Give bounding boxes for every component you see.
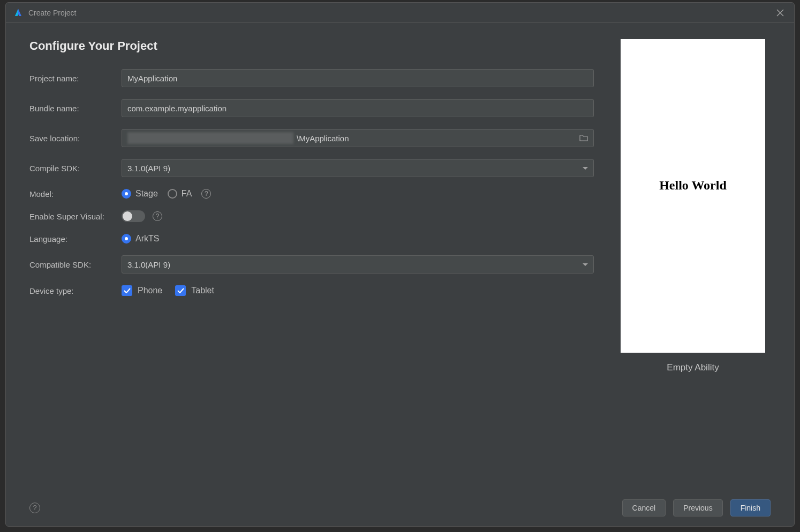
label-model: Model:: [29, 189, 122, 199]
row-super-visual: Enable Super Visual: ?: [29, 210, 594, 222]
language-radio-group: ArkTS: [122, 234, 159, 244]
footer-buttons: Cancel Previous Finish: [622, 499, 771, 516]
finish-button[interactable]: Finish: [730, 499, 771, 516]
checkbox-tablet[interactable]: Tablet: [175, 285, 214, 296]
checkmark-icon: [175, 285, 186, 296]
template-preview: Hello World: [621, 39, 765, 353]
label-language: Language:: [29, 234, 122, 244]
radio-dot-icon: [168, 189, 177, 199]
redacted-path: [127, 132, 293, 144]
radio-dot-icon: [122, 234, 131, 244]
radio-label: Stage: [135, 189, 158, 199]
previous-button[interactable]: Previous: [673, 499, 722, 516]
label-save-location: Save location:: [29, 134, 122, 143]
compile-sdk-value: 3.1.0(API 9): [127, 164, 170, 173]
row-model: Model: Stage FA ?: [29, 189, 594, 199]
save-location-suffix: \MyApplication: [297, 134, 349, 143]
checkbox-label: Phone: [138, 286, 162, 295]
chevron-down-icon: [583, 167, 588, 170]
label-project-name: Project name:: [29, 74, 122, 83]
dialog-titlebar: Create Project: [6, 3, 794, 23]
cancel-button[interactable]: Cancel: [622, 499, 666, 516]
row-save-location: Save location: \MyApplication: [29, 129, 594, 147]
row-compile-sdk: Compile SDK: 3.1.0(API 9): [29, 159, 594, 177]
input-wrap-bundle-name: [122, 99, 594, 117]
label-compile-sdk: Compile SDK:: [29, 164, 122, 173]
help-icon[interactable]: ?: [201, 189, 211, 199]
dialog-footer: ? Cancel Previous Finish: [6, 489, 794, 526]
folder-icon[interactable]: [579, 134, 588, 143]
form-panel: Configure Your Project Project name: Bun…: [29, 39, 594, 489]
dialog-title: Create Project: [28, 9, 76, 17]
app-logo-icon: [13, 8, 23, 18]
save-location-input[interactable]: \MyApplication: [122, 129, 594, 147]
preview-text: Hello World: [659, 178, 727, 193]
radio-model-fa[interactable]: FA: [168, 189, 192, 199]
compile-sdk-dropdown[interactable]: 3.1.0(API 9): [122, 159, 594, 177]
dialog-body: Configure Your Project Project name: Bun…: [6, 23, 794, 489]
label-super-visual: Enable Super Visual:: [29, 212, 122, 221]
super-visual-toggle[interactable]: [122, 210, 145, 222]
model-radio-group: Stage FA ?: [122, 189, 211, 199]
device-type-group: Phone Tablet: [122, 285, 214, 296]
row-compatible-sdk: Compatible SDK: 3.1.0(API 9): [29, 255, 594, 273]
input-wrap-project-name: [122, 69, 594, 87]
create-project-dialog: Create Project Configure Your Project Pr…: [5, 2, 795, 527]
label-device-type: Device type:: [29, 286, 122, 295]
label-bundle-name: Bundle name:: [29, 104, 122, 113]
project-name-input[interactable]: [127, 74, 588, 83]
compatible-sdk-value: 3.1.0(API 9): [127, 260, 170, 269]
bundle-name-input[interactable]: [127, 104, 588, 113]
row-bundle-name: Bundle name:: [29, 99, 594, 117]
radio-dot-icon: [122, 189, 131, 199]
radio-language-arkts[interactable]: ArkTS: [122, 234, 159, 244]
radio-model-stage[interactable]: Stage: [122, 189, 158, 199]
row-language: Language: ArkTS: [29, 234, 594, 244]
page-heading: Configure Your Project: [29, 39, 594, 53]
chevron-down-icon: [583, 263, 588, 266]
label-compatible-sdk: Compatible SDK:: [29, 260, 122, 269]
radio-label: ArkTS: [135, 234, 159, 244]
radio-label: FA: [182, 189, 192, 199]
row-project-name: Project name:: [29, 69, 594, 87]
checkbox-label: Tablet: [191, 286, 214, 295]
help-button[interactable]: ?: [29, 503, 40, 513]
preview-caption: Empty Ability: [667, 362, 719, 373]
help-icon[interactable]: ?: [153, 211, 162, 221]
compatible-sdk-dropdown[interactable]: 3.1.0(API 9): [122, 255, 594, 273]
row-device-type: Device type: Phone Tablet: [29, 285, 594, 296]
checkbox-phone[interactable]: Phone: [122, 285, 162, 296]
checkmark-icon: [122, 285, 132, 296]
preview-panel: Hello World Empty Ability: [615, 39, 771, 489]
close-button[interactable]: [774, 6, 787, 19]
